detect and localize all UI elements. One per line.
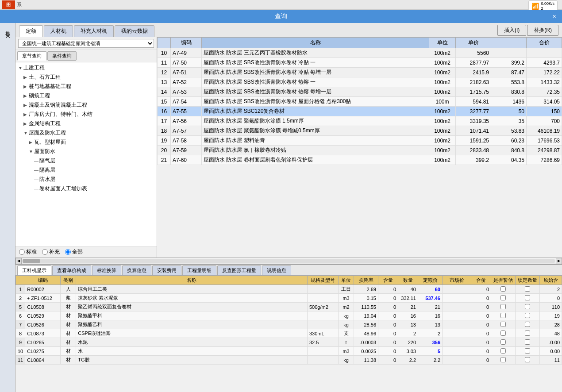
tree-item-node7a[interactable]: ▶ 瓦、型材屋面 — [16, 138, 156, 147]
cell-fixprice-blue: 60 — [435, 287, 440, 292]
scroll-right-btn[interactable]: ▶ — [556, 258, 562, 264]
bottom-tab-1[interactable]: 查看单价构成 — [52, 265, 91, 275]
win-controls[interactable]: – ✕ — [539, 12, 558, 21]
bottom-tab-2[interactable]: 标准换算 — [92, 265, 121, 275]
bottom-table-container[interactable]: 编码 类别 名称 规格及型号 单位 损耗率 含量 数量 定额价 市场价 合价 — [15, 276, 562, 392]
cell-lock[interactable] — [516, 338, 540, 347]
bottom-tab-4[interactable]: 安装费用 — [152, 265, 181, 275]
close-button[interactable]: ✕ — [550, 12, 558, 21]
tree-item-node4[interactable]: ▶ 混凝土及钢筋混凝土工程 — [16, 100, 156, 110]
tree-area[interactable]: ▼ 土建工程 ▶ 土、石方工程 — [15, 62, 157, 246]
cell-lock[interactable] — [516, 285, 540, 294]
bottom-table-row[interactable]: 1 R00002 人 综合用工二类 工日 2.69 0 40 60 0 2 — [16, 285, 562, 294]
cell-temp[interactable] — [491, 311, 516, 320]
tree-item-node3[interactable]: ▶ 砌筑工程 — [16, 91, 156, 100]
bottom-tab-3[interactable]: 换算信息 — [122, 265, 151, 275]
main-hscroll[interactable]: ◀ ▶ — [15, 257, 562, 264]
table-row[interactable]: 15 A7-54 屋面防水 防水层 SBS改性沥青防水卷材 屋面分格缝 点粘30… — [158, 97, 562, 107]
bottom-tab-5[interactable]: 工程量明细 — [182, 265, 216, 275]
cell-lock[interactable] — [516, 320, 540, 329]
cell-lock[interactable] — [516, 311, 540, 320]
tree-item-node7b2[interactable]: — 隔离层 — [16, 165, 156, 175]
cell-lock[interactable] — [516, 294, 540, 303]
cell-lock[interactable] — [516, 303, 540, 311]
cell-price: 5560 — [456, 48, 491, 58]
bottom-table-row[interactable]: 10 CL0275 材 水 m3 -0.0025 0 3.03 5 0 -0.0… — [16, 347, 562, 356]
scroll-left-btn[interactable]: ◀ — [15, 258, 22, 264]
cell-num: 20 — [158, 146, 171, 155]
search-tab-chapter[interactable]: 章节查询 — [17, 51, 46, 61]
minimize-button[interactable]: – — [539, 12, 548, 21]
bottom-table-row[interactable]: 9 CL0265 材 水泥 32.5 t -0.0003 0 220 356 0… — [16, 338, 562, 347]
radio-supplement[interactable]: 补充 — [42, 248, 60, 256]
bottom-table-row[interactable]: 2 + ZF1-0512 浆 抹灰砂浆 素水泥浆 m3 0.15 0 332.1… — [16, 294, 562, 303]
tree-item-root1[interactable]: ▼ 土建工程 — [16, 63, 156, 73]
tree-item-node7[interactable]: ▼ 屋面及防水工程 — [16, 128, 156, 138]
bottom-table-row[interactable]: 5 CL0508 材 聚乙烯丙纶双面复合卷材 500g/m2 m2 110.55… — [16, 303, 562, 311]
tree-arrow-node1: ▶ — [23, 75, 29, 80]
bottom-table-row[interactable]: 11 CL0864 材 TG胶 kg 11.38 0 2.2 2.2 0 11 — [16, 356, 562, 365]
system-logo: 图 — [2, 0, 15, 9]
tree-item-node7b[interactable]: ▼ 屋面防水 — [16, 147, 156, 156]
insert-button[interactable]: 插入(I) — [497, 25, 526, 36]
cell-extra2: 4293.7 — [527, 58, 562, 68]
tab-rencaiji[interactable]: 人材机 — [44, 25, 73, 37]
bottom-table-row[interactable]: 7 CL0526 材 聚氨酯乙料 kg 28.56 0 13 13 0 28 — [16, 320, 562, 329]
tab-cloud[interactable]: 我的云数据 — [115, 25, 154, 37]
cell-temp[interactable] — [491, 303, 516, 311]
hscroll-thumb[interactable] — [23, 259, 40, 263]
cell-temp[interactable] — [491, 294, 516, 303]
cell-loss: 0.15 — [354, 294, 378, 303]
expand-button[interactable]: + — [27, 296, 30, 301]
tree-item-node1[interactable]: ▶ 土、石方工程 — [16, 73, 156, 82]
tree-item-node7b4[interactable]: — 卷材屋面人工增加表 — [16, 184, 156, 193]
cell-mktprice — [443, 311, 471, 320]
title-bar: 查询 – ✕ — [0, 10, 562, 23]
cell-lock[interactable] — [516, 356, 540, 365]
cell-temp[interactable] — [491, 285, 516, 294]
bottom-tab-6[interactable]: 反查图形工程量 — [217, 265, 261, 275]
region-dropdown[interactable]: 全国统一建筑工程基础定额河北省消 — [18, 39, 154, 48]
cell-lock[interactable] — [516, 329, 540, 338]
radio-all[interactable]: 全部 — [65, 248, 83, 256]
cell-lock[interactable] — [516, 347, 540, 356]
cell-temp[interactable] — [491, 329, 516, 338]
tree-item-node7b1[interactable]: — 隔气层 — [16, 156, 156, 165]
table-row[interactable]: 10 A7-49 屋面防水 防水层 三元乙丙丁基橡胶卷材防水 100m2 556… — [158, 48, 562, 58]
replace-button[interactable]: 替换(R) — [527, 25, 558, 36]
tab-dinge[interactable]: 定额 — [19, 25, 43, 37]
cell-unit: 100m2 — [429, 136, 456, 146]
table-row[interactable]: 21 A7-60 屋面防水 防水层 卷村面层刷着色剂涂料保护层 100m2 39… — [158, 155, 562, 165]
search-tab-condition[interactable]: 条件查询 — [47, 51, 77, 61]
radio-standard[interactable]: 标准 — [19, 248, 37, 256]
tree-item-node7b3[interactable]: — 防水层 — [16, 175, 156, 184]
cell-extra1: 87.47 — [491, 68, 527, 77]
bottom-tab-7[interactable]: 说明信息 — [262, 265, 291, 275]
bottom-table-row[interactable]: 6 CL0529 材 聚氨酯甲料 kg 19.04 0 16 16 0 19 — [16, 311, 562, 320]
table-row[interactable]: 11 A7-50 屋面防水 防水层 SBS改性沥青防水卷材 冷贴 一 100m2… — [158, 58, 562, 68]
table-row[interactable]: 14 A7-53 屋面防水 防水层 SBS改性沥青防水卷材 热熔 每增一层 10… — [158, 87, 562, 97]
tree-item-node2[interactable]: ▶ 桩与地基基础工程 — [16, 82, 156, 91]
bottom-table-row[interactable]: 8 CL0873 材 CSPE嵌缝油膏 330mL 支 48.96 0 2 2 … — [16, 329, 562, 338]
bottom-tabs: 工料机显示 查看单价构成 标准换算 换算信息 安装费用 工程量明细 反查图形工程… — [15, 265, 562, 276]
table-row[interactable]: 18 A7-57 屋面防水 防水层 聚氨酯防水涂膜 每增减0.5mm厚 100m… — [158, 126, 562, 136]
bottom-tab-0[interactable]: 工料机显示 — [17, 265, 51, 275]
close-x-button[interactable]: ✕ — [5, 32, 11, 40]
cell-extra2: 46108.19 — [527, 126, 562, 136]
cell-temp[interactable] — [491, 338, 516, 347]
table-row[interactable]: 17 A7-56 屋面防水 防水层 聚氨酯防水涂膜 1.5mm厚 100m2 3… — [158, 116, 562, 126]
table-row[interactable]: 12 A7-51 屋面防水 防水层 SBS改性沥青防水卷材 冷贴 每增一层 10… — [158, 68, 562, 77]
table-row[interactable]: 19 A7-58 屋面防水 防水层 塑料油膏 100m2 1591.25 60.… — [158, 136, 562, 146]
right-panel: 编码 名称 单位 单价 合价 10 A7-49 屋面防水 防水层 三元 — [157, 37, 562, 257]
cell-temp[interactable] — [491, 347, 516, 356]
table-row[interactable]: 13 A7-52 屋面防水 防水层 SBS改性沥青防水卷材 热熔 一 100m2… — [158, 77, 562, 87]
tab-buchong[interactable]: 补充人材机 — [74, 25, 114, 37]
tree-item-node5[interactable]: ▶ 厂库房大门、特种门、木结 — [16, 110, 156, 119]
cell-temp[interactable] — [491, 320, 516, 329]
tree-item-node6[interactable]: ▶ 金属结构工程 — [16, 119, 156, 128]
table-row[interactable]: 20 A7-59 屋面防水 防水层 氯丁橡胶卷材冷贴 100m2 2833.48… — [158, 146, 562, 155]
sidebar-item-check[interactable]: 自检 — [3, 25, 13, 30]
main-table-container[interactable]: 编码 名称 单位 单价 合价 10 A7-49 屋面防水 防水层 三元 — [157, 37, 562, 257]
cell-temp[interactable] — [491, 356, 516, 365]
table-row[interactable]: 16 A7-55 屋面防水 防水层 SBC120复合卷材 100m2 3277.… — [158, 107, 562, 116]
